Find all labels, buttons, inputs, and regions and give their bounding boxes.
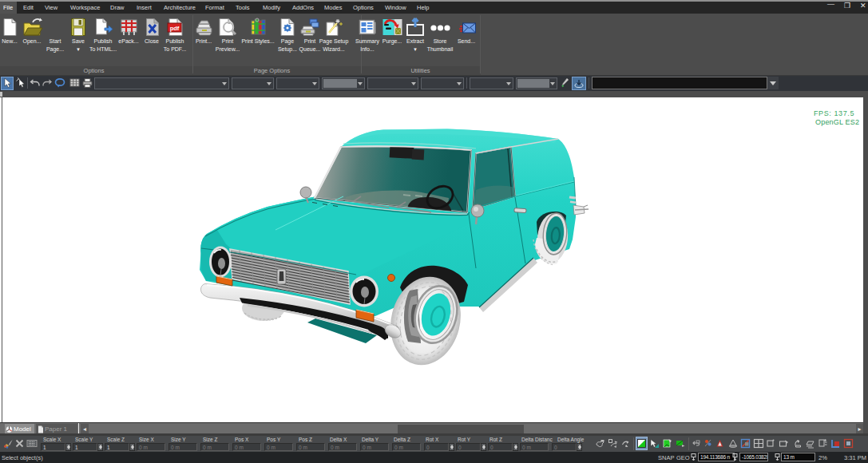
svg-text:pdf: pdf [170,25,180,32]
